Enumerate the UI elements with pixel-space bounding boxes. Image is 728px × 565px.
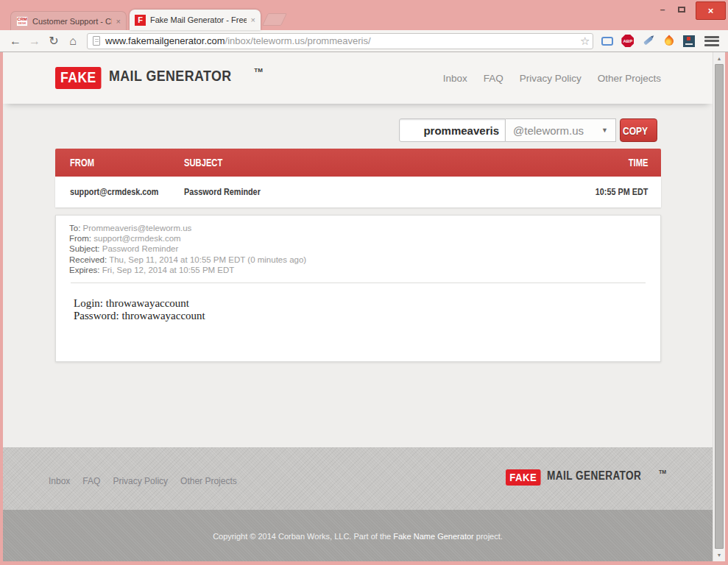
body-line-login: Login: throwawayaccount (74, 297, 647, 310)
close-button[interactable]: × (696, 1, 726, 20)
logo-text: MAIL GENERATOR (109, 67, 232, 85)
copyright-post: project. (474, 532, 503, 541)
header-value: Prommeaveris@teleworm.us (83, 224, 192, 232)
maximize-icon (678, 7, 685, 13)
fmg-favicon-icon: F (135, 15, 146, 26)
browser-toolbar: ← → ↻ ⌂ www.fakemailgenerator.com /inbox… (0, 30, 728, 52)
footer-link-privacy-policy[interactable]: Privacy Policy (113, 476, 168, 486)
adblock-plus-icon[interactable]: ABP (621, 35, 634, 47)
address-bar[interactable]: www.fakemailgenerator.com /inbox/telewor… (87, 33, 593, 49)
body-line-password: Password: throwawayaccount (74, 310, 647, 322)
domain-select[interactable]: @teleworm.us ▼ (506, 118, 616, 142)
flame-icon (662, 35, 675, 47)
tab-title: Fake Mail Generator - Free (150, 15, 247, 24)
selection-rect-icon (601, 37, 613, 46)
header-value: Fri, Sep 12, 2014 at 10:55 PM EDT (102, 266, 235, 274)
minimize-button[interactable]: – (653, 1, 672, 18)
username-input[interactable] (399, 118, 506, 142)
column-time: TIME (628, 157, 648, 168)
nav-faq[interactable]: FAQ (484, 73, 503, 84)
footer-logo-text: MAIL GENERATOR (547, 469, 641, 483)
footer-link-faq[interactable]: FAQ (82, 476, 100, 486)
maximize-button[interactable] (672, 1, 691, 18)
pencil-icon (643, 36, 653, 45)
site-header: FAKE MAIL GENERATOR TM Inbox FAQ Privacy… (3, 52, 713, 104)
header-label: Expires: (69, 266, 100, 274)
scroll-up-icon[interactable]: ▲ (713, 53, 725, 64)
message-divider (71, 282, 646, 283)
page-icon (93, 36, 100, 46)
footer: Inbox FAQ Privacy Policy Other Projects … (3, 447, 713, 510)
bookmark-star-icon[interactable]: ☆ (580, 35, 590, 48)
copy-button[interactable]: COPY (620, 118, 657, 142)
tab-fake-mail-generator[interactable]: F Fake Mail Generator - Free × (130, 10, 261, 30)
scroll-down-icon[interactable]: ▼ (713, 550, 725, 561)
reload-button[interactable]: ↻ (44, 34, 63, 48)
message-panel: To: Prommeaveris@teleworm.us From: suppo… (55, 215, 661, 362)
menu-button[interactable] (704, 36, 719, 46)
footer-link-other-projects[interactable]: Other Projects (180, 476, 237, 486)
tab-strip: CRM DESK Customer Support - CRM × F Fake… (0, 0, 728, 30)
url-path: /inbox/teleworm.us/prommeaveris/ (225, 35, 577, 46)
header-label: Received: (69, 255, 107, 264)
nav-inbox[interactable]: Inbox (443, 73, 467, 84)
page-content: FAKE MAIL GENERATOR TM Inbox FAQ Privacy… (3, 52, 713, 561)
footer-logo: FAKE MAIL GENERATOR TM (506, 469, 666, 486)
window-controls: – × (653, 1, 726, 20)
header-value: support@crmdesk.com (93, 234, 180, 243)
copyright-pre: Copyright © 2014 Corban Works, LLC. Part… (213, 532, 393, 541)
copyright-bar: Copyright © 2014 Corban Works, LLC. Part… (3, 510, 713, 561)
footer-link-inbox[interactable]: Inbox (49, 476, 70, 486)
flame-extension-icon[interactable] (662, 35, 675, 47)
new-tab-button[interactable] (262, 13, 287, 26)
row-subject: Password Reminder (184, 186, 261, 197)
domain-select-value: @teleworm.us (513, 124, 584, 137)
nav-other-projects[interactable]: Other Projects (598, 73, 661, 84)
fake-name-generator-link[interactable]: Fake Name Generator (393, 532, 473, 541)
crmdesk-favicon-sub: DESK (18, 21, 26, 25)
tab-close-icon[interactable]: × (251, 15, 255, 24)
scrollbar-thumb[interactable] (715, 64, 724, 549)
message-header-expires: Expires: Fri, Sep 12, 2014 at 10:55 PM E… (69, 265, 647, 275)
url-host: www.fakemailgenerator.com (105, 35, 225, 46)
message-body: Login: throwawayaccount Password: throwa… (74, 297, 647, 321)
inbox-row[interactable]: support@crmdesk.com Password Reminder 10… (55, 177, 661, 207)
row-from: support@crmdesk.com (70, 186, 158, 197)
pen-extension-icon[interactable] (642, 35, 654, 47)
inbox-table-header: FROM SUBJECT TIME (55, 149, 661, 177)
footer-logo-fake-badge: FAKE (506, 469, 541, 486)
forward-button[interactable]: → (25, 35, 44, 48)
tab-title: Customer Support - CRM (32, 17, 112, 26)
copyright-text: Copyright © 2014 Corban Works, LLC. Part… (3, 532, 713, 541)
logo-tm: TM (254, 67, 263, 74)
header-label: To: (69, 224, 80, 232)
crmdesk-favicon-icon: CRM DESK (16, 16, 28, 26)
dark-extension-icon[interactable] (683, 35, 695, 47)
header-value: Password Reminder (102, 244, 179, 253)
page-scrollbar[interactable]: ▲ ▼ (713, 52, 725, 561)
message-header-subject: Subject: Password Reminder (69, 244, 647, 254)
column-subject: SUBJECT (184, 157, 222, 168)
screenshot-extension-icon[interactable] (601, 35, 613, 47)
nav-privacy-policy[interactable]: Privacy Policy (520, 73, 582, 84)
message-header-received: Received: Thu, Sep 11, 2014 at 10:55 PM … (69, 255, 647, 265)
footer-links: Inbox FAQ Privacy Policy Other Projects (49, 476, 237, 486)
site-logo[interactable]: FAKE MAIL GENERATOR TM (55, 67, 263, 89)
tab-close-icon[interactable]: × (116, 17, 121, 26)
message-header-from: From: support@crmdesk.com (69, 233, 647, 244)
row-time: 10:55 PM EDT (596, 186, 648, 197)
chevron-down-icon: ▼ (601, 127, 608, 134)
extension-icons: ABP (601, 35, 695, 47)
message-header-to: To: Prommeaveris@teleworm.us (69, 223, 647, 233)
site-nav: Inbox FAQ Privacy Policy Other Projects (443, 52, 661, 104)
tab-customer-support[interactable]: CRM DESK Customer Support - CRM × (10, 11, 127, 30)
column-from: FROM (70, 157, 94, 168)
footer-logo-tm: TM (659, 469, 666, 475)
header-label: From: (69, 234, 91, 243)
email-generator-row: @teleworm.us ▼ COPY (399, 118, 657, 142)
logo-fake-badge: FAKE (55, 67, 102, 89)
back-button[interactable]: ← (6, 35, 25, 48)
copy-button-label: COPY (623, 124, 648, 137)
header-value: Thu, Sep 11, 2014 at 10:55 PM EDT (0 min… (109, 255, 306, 264)
home-button[interactable]: ⌂ (63, 35, 82, 48)
